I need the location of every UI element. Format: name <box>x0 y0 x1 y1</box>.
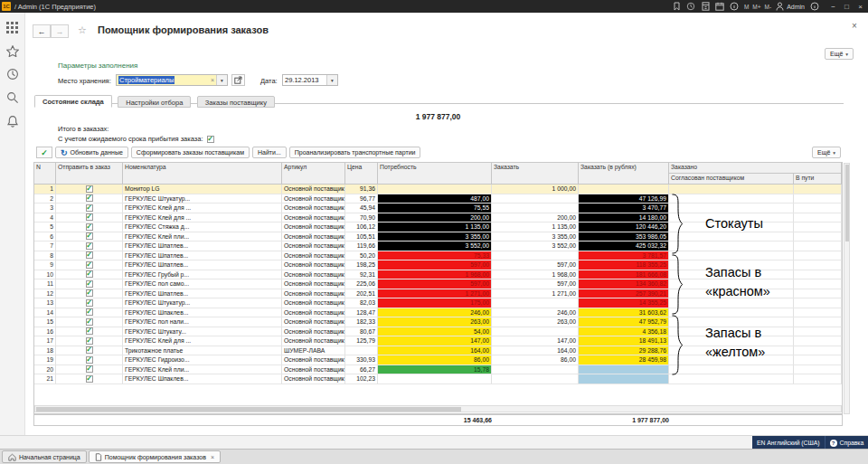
table-row[interactable]: 2✓ГЕРКУЛЕС Штукатур...Основной поставщик… <box>34 194 842 204</box>
cell-order-rub[interactable]: 3 781,57 <box>579 251 669 261</box>
cell-price[interactable]: 182,33 <box>345 317 378 327</box>
cell-in-transit[interactable] <box>794 185 842 194</box>
cell-order-rub[interactable]: 4 356,18 <box>579 327 669 337</box>
cell-nomenclature[interactable]: ГЕРКУЛЕС пол нали... <box>123 317 282 327</box>
col-header-send[interactable]: Отправить в заказ <box>56 163 123 185</box>
cell-price[interactable]: 225,06 <box>345 279 378 289</box>
cell-order-rub[interactable]: 134 360,82 <box>579 279 669 289</box>
cell-order[interactable]: 597,00 <box>492 260 579 270</box>
close-tab-icon[interactable]: × <box>211 454 214 460</box>
cell-n[interactable]: 14 <box>34 308 56 318</box>
cell-in-transit[interactable] <box>794 327 842 337</box>
row-checkbox[interactable]: ✓ <box>86 337 93 345</box>
cell-need[interactable]: 263,00 <box>378 317 492 327</box>
refresh-data-button[interactable]: ↻ Обновить данные <box>55 147 128 158</box>
cell-n[interactable]: 16 <box>34 327 56 337</box>
cell-nomenclature[interactable]: ГЕРКУЛЕС Шпатлев... <box>123 251 282 261</box>
cell-send[interactable]: ✓ <box>56 279 123 289</box>
cell-order[interactable]: 246,00 <box>492 308 579 318</box>
row-checkbox[interactable]: ✓ <box>86 232 93 240</box>
cell-send[interactable]: ✓ <box>56 241 123 251</box>
cell-price[interactable]: 66,27 <box>345 365 378 375</box>
cell-order[interactable]: 597,00 <box>492 279 579 289</box>
cell-send[interactable]: ✓ <box>56 317 123 327</box>
memory-mplus-button[interactable]: M+ <box>752 4 760 10</box>
cell-order[interactable] <box>492 374 579 384</box>
lead-time-checkbox[interactable]: ✓ <box>207 136 214 143</box>
cell-send[interactable]: ✓ <box>56 270 123 280</box>
table-row[interactable]: 8✓ГЕРКУЛЕС Шпатлев...Основной поставщик5… <box>34 251 842 261</box>
cell-price[interactable]: 92,31 <box>345 270 378 280</box>
table-row[interactable]: 7✓ГЕРКУЛЕС Шпатлев...Основной поставщик1… <box>34 241 842 251</box>
tab-warehouse-state[interactable]: Состояние склада <box>34 95 112 108</box>
search-icon[interactable] <box>5 90 20 105</box>
cell-nomenclature[interactable]: ГЕРКУЛЕС Штукатур... <box>123 194 282 204</box>
row-checkbox[interactable]: ✓ <box>86 242 93 250</box>
cell-need[interactable]: 54,00 <box>378 327 492 337</box>
vertical-scroll-thumb[interactable] <box>845 165 849 241</box>
cell-send[interactable]: ✓ <box>56 185 123 194</box>
cell-approved[interactable] <box>669 204 794 213</box>
cell-supplier[interactable]: Основной поставщик <box>282 213 345 223</box>
history-clock-icon[interactable] <box>686 2 696 12</box>
cell-price[interactable]: 125,79 <box>345 336 378 346</box>
cell-n[interactable]: 20 <box>34 365 56 375</box>
cell-order-rub[interactable]: 47 126,99 <box>579 194 669 204</box>
cell-need[interactable]: 597,00 <box>378 279 492 289</box>
cell-in-transit[interactable] <box>794 232 842 242</box>
user-menu[interactable]: Admin <box>776 2 805 11</box>
cell-order[interactable] <box>492 251 579 261</box>
cell-price[interactable]: 105,51 <box>345 232 378 242</box>
storage-open-button[interactable] <box>231 74 245 86</box>
cell-order[interactable]: 263,00 <box>492 317 579 327</box>
cell-order[interactable]: 200,00 <box>492 213 579 223</box>
cell-supplier[interactable]: Основной поставщик <box>282 204 345 213</box>
col-header-order[interactable]: Заказать <box>492 163 579 185</box>
row-checkbox[interactable]: ✓ <box>86 365 93 373</box>
cell-send[interactable]: ✓ <box>56 213 123 223</box>
cell-supplier[interactable]: Основной поставщик <box>282 289 345 299</box>
cell-nomenclature[interactable]: ГЕРКУЛЕС Штукату... <box>123 327 282 337</box>
cell-need[interactable]: 487,00 <box>378 194 492 204</box>
row-checkbox[interactable]: ✓ <box>86 261 93 269</box>
cell-order-rub[interactable]: 181 666,08 <box>579 270 669 280</box>
cell-n[interactable]: 19 <box>34 355 56 365</box>
cell-need[interactable]: 1 271,00 <box>378 289 492 299</box>
cell-send[interactable]: ✓ <box>56 251 123 261</box>
cell-order-rub[interactable]: 353 986,05 <box>579 232 669 242</box>
cell-price[interactable]: 119,66 <box>345 241 378 251</box>
cell-approved[interactable] <box>669 365 794 375</box>
vertical-scrollbar[interactable] <box>844 163 850 414</box>
storage-dropdown-icon[interactable]: ▾ <box>216 75 227 85</box>
cell-order-rub[interactable] <box>579 374 669 384</box>
cell-supplier[interactable]: Основной поставщик <box>282 374 345 384</box>
row-checkbox[interactable]: ✓ <box>86 346 93 354</box>
cell-nomenclature[interactable]: ГЕРКУЛЕС Шпаклев... <box>123 308 282 318</box>
cell-in-transit[interactable] <box>794 298 842 308</box>
col-header-need[interactable]: Потребность <box>378 163 492 185</box>
cell-order[interactable]: 1 968,00 <box>492 270 579 280</box>
cell-need[interactable]: 1 135,00 <box>378 223 492 232</box>
cell-nomenclature[interactable]: ГЕРКУЛЕС Грубый р... <box>123 270 282 280</box>
cell-approved[interactable] <box>669 194 794 204</box>
cell-n[interactable]: 17 <box>34 336 56 346</box>
cell-n[interactable]: 15 <box>34 317 56 327</box>
cell-n[interactable]: 3 <box>34 204 56 213</box>
cell-nomenclature[interactable]: Монитор LG <box>123 185 282 194</box>
cell-supplier[interactable]: Основной поставщик <box>282 355 345 365</box>
cell-order-rub[interactable]: 120 446,20 <box>579 223 669 232</box>
close-form-button[interactable]: × <box>852 21 857 31</box>
cell-n[interactable]: 21 <box>34 374 56 384</box>
cell-need[interactable]: 597,00 <box>378 260 492 270</box>
more-button-commandbar[interactable]: Ещё ▾ <box>812 147 841 158</box>
cell-n[interactable]: 5 <box>34 223 56 232</box>
cell-in-transit[interactable] <box>794 346 842 356</box>
cell-need[interactable]: 164,00 <box>378 346 492 356</box>
minimize-button[interactable]: − <box>826 0 840 13</box>
maximize-button[interactable]: □ <box>840 0 854 13</box>
cell-supplier[interactable]: Основной поставщик <box>282 279 345 289</box>
cell-send[interactable]: ✓ <box>56 223 123 232</box>
cell-supplier[interactable]: Основной поставщик <box>282 308 345 318</box>
cell-order-rub[interactable] <box>579 365 669 375</box>
cell-nomenclature[interactable]: ГЕРКУЛЕС Гидроизо... <box>123 355 282 365</box>
